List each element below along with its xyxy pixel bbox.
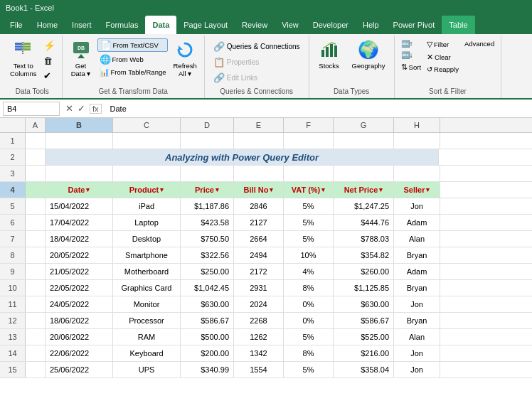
cell-bill-no[interactable]: 1554 bbox=[234, 362, 284, 377]
cell-date[interactable]: 17/04/2022 bbox=[46, 215, 113, 230]
col-header-c[interactable]: C bbox=[113, 118, 181, 132]
cell-bill-no[interactable]: 2127 bbox=[234, 215, 284, 230]
cell-bill-no[interactable]: 2931 bbox=[234, 280, 284, 296]
cell-date[interactable]: 20/05/2022 bbox=[46, 247, 113, 263]
cell-bill-no[interactable]: 1262 bbox=[234, 329, 284, 345]
tab-power-pivot[interactable]: Power Pivot bbox=[386, 16, 442, 34]
tab-page-layout[interactable]: Page Layout bbox=[176, 16, 235, 34]
cell-vat[interactable]: 5% bbox=[284, 231, 334, 247]
data-validation-button[interactable]: ✔ bbox=[41, 69, 58, 82]
cell-date[interactable]: 21/05/2022 bbox=[46, 264, 113, 279]
cell-price[interactable]: $750.50 bbox=[181, 231, 234, 247]
cell-net-price[interactable]: $216.00 bbox=[334, 345, 394, 361]
reapply-button[interactable]: ↺Reapply bbox=[425, 64, 461, 75]
cell-net-price[interactable]: $354.82 bbox=[334, 247, 394, 263]
col-header-g[interactable]: G bbox=[334, 118, 394, 132]
cell-seller[interactable]: Jon bbox=[394, 296, 440, 312]
cell-price[interactable]: $423.58 bbox=[181, 215, 234, 230]
cell-price[interactable]: $340.99 bbox=[181, 362, 234, 377]
cell-product[interactable]: Keyboard bbox=[113, 345, 181, 361]
header-net-price[interactable]: Net Price ▾ bbox=[334, 182, 394, 198]
filter-button[interactable]: ▽Filter bbox=[425, 38, 461, 50]
cell-vat[interactable]: 4% bbox=[284, 264, 334, 279]
tab-insert[interactable]: Insert bbox=[65, 16, 99, 34]
cell-vat[interactable]: 0% bbox=[284, 313, 334, 328]
cell-product[interactable]: Smartphone bbox=[113, 247, 181, 263]
cell-bill-no[interactable]: 2024 bbox=[234, 296, 284, 312]
get-data-button[interactable]: DB GetData ▾ bbox=[67, 37, 95, 80]
cell-date[interactable]: 22/05/2022 bbox=[46, 280, 113, 296]
header-date[interactable]: Date ▾ bbox=[46, 182, 113, 198]
cell-date[interactable]: 18/04/2022 bbox=[46, 231, 113, 247]
col-header-f[interactable]: F bbox=[284, 118, 334, 132]
from-text-button[interactable]: 📄 From Text/CSV bbox=[97, 38, 169, 52]
cell-bill-no[interactable]: 2664 bbox=[234, 231, 284, 247]
col-header-e[interactable]: E bbox=[234, 118, 284, 132]
tab-formulas[interactable]: Formulas bbox=[99, 16, 146, 34]
header-seller[interactable]: Seller ▾ bbox=[394, 182, 440, 198]
properties-button[interactable]: 📋 Properties bbox=[211, 55, 303, 69]
cell-product[interactable]: Desktop bbox=[113, 231, 181, 247]
cell-product[interactable]: Monitor bbox=[113, 296, 181, 312]
cell-seller[interactable]: Jon bbox=[394, 345, 440, 361]
cell-price[interactable]: $630.00 bbox=[181, 296, 234, 312]
tab-view[interactable]: View bbox=[275, 16, 306, 34]
name-box[interactable]: B4 bbox=[3, 102, 60, 116]
cell-bill-no[interactable]: 1342 bbox=[234, 345, 284, 361]
col-header-d[interactable]: D bbox=[181, 118, 234, 132]
cell-product[interactable]: RAM bbox=[113, 329, 181, 345]
cell-price[interactable]: $322.56 bbox=[181, 247, 234, 263]
cell-price[interactable]: $500.00 bbox=[181, 329, 234, 345]
cell-price[interactable]: $1,187.86 bbox=[181, 198, 234, 214]
header-product[interactable]: Product ▾ bbox=[113, 182, 181, 198]
cell-date[interactable]: 18/06/2022 bbox=[46, 313, 113, 328]
cell-seller[interactable]: Jon bbox=[394, 198, 440, 214]
advanced-button[interactable]: Advanced bbox=[462, 38, 496, 49]
cell-net-price[interactable]: $444.76 bbox=[334, 215, 394, 230]
clear-button[interactable]: ✕Clear bbox=[425, 51, 461, 63]
col-header-a[interactable]: A bbox=[26, 118, 46, 132]
tab-home[interactable]: Home bbox=[30, 16, 65, 34]
cell-seller[interactable]: Alan bbox=[394, 329, 440, 345]
cell-net-price[interactable]: $630.00 bbox=[334, 296, 394, 312]
cell-bill-no[interactable]: 2268 bbox=[234, 313, 284, 328]
cell-product[interactable]: Motherboard bbox=[113, 264, 181, 279]
cell-product[interactable]: iPad bbox=[113, 198, 181, 214]
cell-net-price[interactable]: $525.00 bbox=[334, 329, 394, 345]
cell-net-price[interactable]: $788.03 bbox=[334, 231, 394, 247]
cell-vat[interactable]: 8% bbox=[284, 345, 334, 361]
tab-developer[interactable]: Developer bbox=[306, 16, 356, 34]
cell-net-price[interactable]: $358.04 bbox=[334, 362, 394, 377]
cell-price[interactable]: $1,042.45 bbox=[181, 280, 234, 296]
sort-az-button[interactable]: 🔤↑ bbox=[399, 38, 423, 49]
cell-net-price[interactable]: $1,125.85 bbox=[334, 280, 394, 296]
cell-vat[interactable]: 5% bbox=[284, 362, 334, 377]
tab-review[interactable]: Review bbox=[235, 16, 275, 34]
cell-net-price[interactable]: $260.00 bbox=[334, 264, 394, 279]
flash-fill-button[interactable]: ⚡ bbox=[41, 38, 58, 53]
from-table-button[interactable]: 📊 From Table/Range bbox=[97, 67, 169, 77]
formula-input[interactable] bbox=[107, 102, 529, 116]
cell-product[interactable]: Graphics Card bbox=[113, 280, 181, 296]
confirm-formula-icon[interactable]: ✓ bbox=[78, 103, 85, 114]
row-num[interactable]: 4 bbox=[0, 182, 26, 198]
header-vat[interactable]: VAT (%) ▾ bbox=[284, 182, 334, 198]
cell-price[interactable]: $586.67 bbox=[181, 313, 234, 328]
cell-bill-no[interactable]: 2172 bbox=[234, 264, 284, 279]
cell-net-price[interactable]: $1,247.25 bbox=[334, 198, 394, 214]
stocks-button[interactable]: Stocks bbox=[314, 37, 345, 71]
remove-duplicates-button[interactable]: 🗑 bbox=[41, 54, 58, 68]
queries-connections-button[interactable]: 🔗 Queries & Connections bbox=[211, 40, 303, 53]
cell-seller[interactable]: Jon bbox=[394, 362, 440, 377]
cell-date[interactable]: 24/05/2022 bbox=[46, 296, 113, 312]
cancel-formula-icon[interactable]: ✕ bbox=[65, 103, 73, 114]
cell-seller[interactable]: Bryan bbox=[394, 313, 440, 328]
sort-za-button[interactable]: 🔤↓ bbox=[399, 50, 423, 60]
tab-data[interactable]: Data bbox=[145, 16, 176, 34]
col-header-b[interactable]: B bbox=[46, 118, 113, 132]
cell-net-price[interactable]: $586.67 bbox=[334, 313, 394, 328]
cell-date[interactable]: 22/06/2022 bbox=[46, 345, 113, 361]
cell-product[interactable]: UPS bbox=[113, 362, 181, 377]
tab-help[interactable]: Help bbox=[356, 16, 386, 34]
cell-vat[interactable]: 10% bbox=[284, 247, 334, 263]
